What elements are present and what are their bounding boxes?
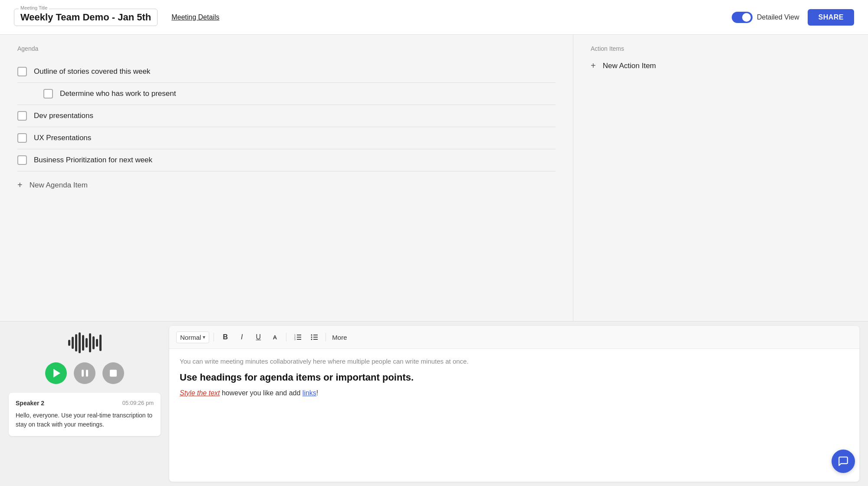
wave-bar-2 bbox=[72, 337, 74, 349]
unordered-list-icon bbox=[310, 334, 318, 341]
header-right: Detailed View SHARE bbox=[732, 9, 854, 26]
new-agenda-item-button[interactable]: + New Agenda Item bbox=[17, 180, 556, 190]
wave-bar-7 bbox=[89, 333, 91, 352]
agenda-item-text-3: Dev presentations bbox=[34, 112, 93, 120]
format-select-label: Normal bbox=[180, 334, 201, 341]
wave-bar-3 bbox=[75, 334, 77, 351]
plus-icon: + bbox=[17, 180, 23, 190]
agenda-item-4: UX Presentations bbox=[17, 127, 556, 149]
format-select[interactable]: Normal ▾ bbox=[176, 332, 209, 343]
wave-bar-10 bbox=[99, 335, 102, 351]
meeting-title-input[interactable]: Weekly Team Demo - Jan 5th bbox=[20, 12, 151, 23]
wave-bar-4 bbox=[79, 332, 81, 353]
share-button[interactable]: SHARE bbox=[808, 9, 854, 26]
agenda-section-label: Agenda bbox=[17, 45, 556, 52]
editor-toolbar: Normal ▾ B I U A 1 bbox=[169, 326, 859, 349]
stop-button[interactable] bbox=[102, 362, 124, 384]
wave-bar-5 bbox=[82, 335, 84, 351]
toolbar-divider-2 bbox=[286, 333, 286, 342]
wave-bar-6 bbox=[85, 338, 88, 348]
agenda-item-1: Outline of stories covered this week bbox=[17, 61, 556, 83]
action-items-label: Action Items bbox=[591, 45, 851, 52]
speaker-name: Speaker 2 bbox=[16, 400, 44, 407]
end-text: ! bbox=[316, 389, 318, 397]
stop-icon bbox=[110, 370, 117, 377]
svg-point-11 bbox=[311, 339, 312, 340]
toolbar-divider-3 bbox=[326, 333, 326, 342]
header: Meeting Title Weekly Team Demo - Jan 5th… bbox=[0, 0, 868, 35]
chat-icon bbox=[838, 456, 849, 467]
wave-bar-8 bbox=[92, 336, 95, 349]
editor-styled-line: Style the text however you like and add … bbox=[180, 389, 849, 397]
agenda-item-2: Determine who has work to present bbox=[17, 83, 556, 105]
chevron-down-icon: ▾ bbox=[203, 334, 205, 340]
action-plus-icon: + bbox=[591, 61, 596, 71]
svg-point-9 bbox=[311, 335, 312, 336]
font-color-button[interactable]: A bbox=[268, 330, 282, 344]
editor-panel: Normal ▾ B I U A 1 bbox=[169, 326, 859, 482]
transcript-header: Speaker 2 05:09:26 pm bbox=[16, 400, 154, 407]
editor-body[interactable]: You can write meeting minutes collaborat… bbox=[169, 349, 859, 482]
meeting-details-link[interactable]: Meeting Details bbox=[171, 13, 219, 21]
transcription-panel: Speaker 2 05:09:26 pm Hello, everyone. U… bbox=[0, 322, 169, 486]
action-items-section: Action Items + New Action Item bbox=[573, 35, 868, 321]
audio-waveform bbox=[68, 332, 102, 354]
editor-hint: You can write meeting minutes collaborat… bbox=[180, 358, 849, 365]
agenda-checkbox-2[interactable] bbox=[43, 89, 53, 99]
transcript-text: Hello, everyone. Use your real-time tran… bbox=[16, 411, 154, 429]
toggle-knob bbox=[742, 13, 751, 22]
wave-bar-1 bbox=[68, 340, 70, 346]
agenda-item-5: Business Prioritization for next week bbox=[17, 149, 556, 171]
pause-button[interactable] bbox=[74, 362, 95, 384]
agenda-item-text-1: Outline of stories covered this week bbox=[34, 67, 150, 76]
italic-button[interactable]: I bbox=[235, 330, 249, 344]
agenda-checkbox-1[interactable] bbox=[17, 67, 27, 76]
svg-text:3: 3 bbox=[294, 338, 296, 341]
ordered-list-icon: 1 2 3 bbox=[294, 334, 302, 341]
ordered-list-button[interactable]: 1 2 3 bbox=[291, 330, 305, 344]
agenda-section: Agenda Outline of stories covered this w… bbox=[0, 35, 573, 321]
agenda-item-text-2: Determine who has work to present bbox=[60, 89, 176, 98]
agenda-checkbox-5[interactable] bbox=[17, 155, 27, 165]
agenda-action-row: Agenda Outline of stories covered this w… bbox=[0, 35, 868, 321]
new-action-item-button[interactable]: + New Action Item bbox=[591, 61, 851, 71]
styled-link[interactable]: links bbox=[302, 389, 316, 397]
detailed-view-toggle-wrapper: Detailed View bbox=[732, 12, 799, 23]
detailed-view-label: Detailed View bbox=[757, 13, 799, 21]
new-agenda-item-label: New Agenda Item bbox=[30, 181, 88, 190]
unordered-list-button[interactable] bbox=[307, 330, 321, 344]
wave-bar-9 bbox=[96, 339, 98, 347]
plain-text: however you like and add bbox=[220, 389, 302, 397]
agenda-item-text-4: UX Presentations bbox=[34, 134, 91, 142]
toolbar-divider-1 bbox=[214, 333, 214, 342]
play-icon bbox=[53, 369, 60, 378]
new-action-item-label: New Action Item bbox=[603, 62, 656, 70]
agenda-item-text-5: Business Prioritization for next week bbox=[34, 156, 152, 164]
styled-italic-text: Style the text bbox=[180, 389, 220, 397]
meeting-title-wrapper: Meeting Title Weekly Team Demo - Jan 5th bbox=[14, 9, 158, 26]
pause-bar-right bbox=[86, 370, 88, 377]
underline-button[interactable]: U bbox=[251, 330, 265, 344]
bottom-panel: Speaker 2 05:09:26 pm Hello, everyone. U… bbox=[0, 321, 868, 486]
bold-button[interactable]: B bbox=[218, 330, 232, 344]
audio-controls bbox=[45, 362, 124, 384]
agenda-item-3: Dev presentations bbox=[17, 105, 556, 127]
top-panel: Agenda Outline of stories covered this w… bbox=[0, 35, 868, 486]
more-button[interactable]: More bbox=[332, 334, 347, 341]
agenda-checkbox-4[interactable] bbox=[17, 133, 27, 143]
chat-button[interactable] bbox=[832, 450, 855, 473]
pause-bar-left bbox=[82, 370, 84, 377]
detailed-view-toggle[interactable] bbox=[732, 12, 753, 23]
play-button[interactable] bbox=[45, 362, 67, 384]
editor-heading: Use headings for agenda items or importa… bbox=[180, 372, 849, 383]
meeting-title-label: Meeting Title bbox=[19, 5, 49, 10]
transcript-time: 05:09:26 pm bbox=[122, 400, 154, 407]
svg-point-10 bbox=[311, 337, 312, 338]
transcript-card: Speaker 2 05:09:26 pm Hello, everyone. U… bbox=[9, 393, 161, 436]
main-content: Agenda Outline of stories covered this w… bbox=[0, 35, 868, 486]
agenda-checkbox-3[interactable] bbox=[17, 111, 27, 121]
